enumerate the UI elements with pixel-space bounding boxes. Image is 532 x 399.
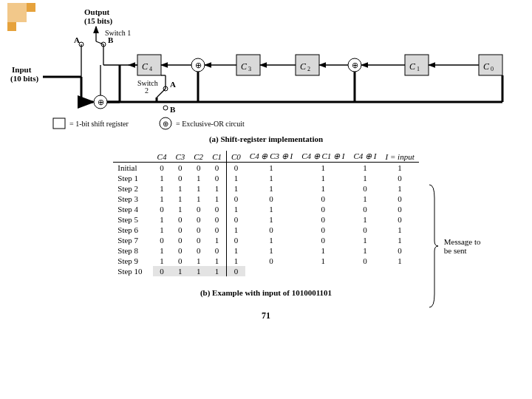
- col-header: C4 ⊕ I: [349, 151, 381, 163]
- col-header: C2: [189, 151, 208, 163]
- cell: 1: [349, 245, 381, 256]
- cell: 0: [349, 256, 381, 266]
- cell: 1: [245, 163, 297, 174]
- cell: 1: [171, 204, 189, 214]
- cell: 1: [226, 225, 245, 235]
- row-label: Step 6: [113, 225, 152, 235]
- page-number: 71: [10, 310, 522, 321]
- cell: 1: [208, 183, 226, 194]
- cell: [297, 266, 349, 276]
- svg-text:A: A: [74, 35, 80, 44]
- svg-text:A: A: [170, 80, 176, 89]
- cell: 0: [153, 204, 171, 214]
- cell: 1: [189, 266, 208, 276]
- cell: 0: [153, 163, 171, 174]
- cell: 0: [245, 225, 297, 235]
- cell: 1: [245, 173, 297, 183]
- cell: 0: [381, 204, 419, 214]
- svg-rect-61: [53, 118, 65, 129]
- svg-text:C: C: [241, 61, 248, 72]
- row-label: Step 2: [113, 183, 152, 194]
- cell: 0: [153, 266, 171, 276]
- cell: 1: [349, 214, 381, 225]
- svg-text:2: 2: [307, 66, 310, 72]
- cell: 1: [153, 173, 171, 183]
- cell: 1: [297, 183, 349, 194]
- cell: 1: [297, 245, 349, 256]
- cell: 1: [208, 266, 226, 276]
- svg-text:(15 bits): (15 bits): [84, 16, 113, 26]
- svg-text:⊕: ⊕: [195, 61, 202, 69]
- cell: 0: [208, 163, 226, 174]
- cell: 0: [297, 225, 349, 235]
- cell: 1: [226, 245, 245, 256]
- cell: 0: [171, 173, 189, 183]
- row-label: Step 10: [113, 266, 152, 276]
- col-header: C3: [171, 151, 189, 163]
- cell: 1: [153, 256, 171, 266]
- cell: 0: [297, 194, 349, 204]
- cell: 0: [226, 163, 245, 174]
- cell: 1: [245, 183, 297, 194]
- cell: 0: [171, 245, 189, 256]
- cell: 1: [208, 194, 226, 204]
- cell: 1: [226, 173, 245, 183]
- row-label: Step 8: [113, 245, 152, 256]
- cell: 0: [245, 194, 297, 204]
- cell: 0: [208, 173, 226, 183]
- cell: 1: [349, 173, 381, 183]
- cell: 1: [245, 245, 297, 256]
- output-label: Output: [84, 7, 110, 16]
- legend-xor: = Exclusive-OR circuit: [176, 120, 245, 128]
- cell: 0: [381, 214, 419, 225]
- cell: 1: [153, 214, 171, 225]
- row-label: Step 3: [113, 194, 152, 204]
- cell: 1: [226, 256, 245, 266]
- caption-a: (a) Shift-register implementation: [10, 134, 522, 143]
- svg-text:C: C: [483, 61, 490, 72]
- cell: 0: [208, 225, 226, 235]
- svg-text:1: 1: [417, 66, 420, 72]
- cell: 1: [153, 225, 171, 235]
- col-header: C0: [226, 151, 245, 163]
- svg-line-21: [157, 89, 166, 98]
- cell: 0: [208, 245, 226, 256]
- cell: 0: [381, 173, 419, 183]
- row-label: Step 7: [113, 235, 152, 245]
- cell: 1: [381, 163, 419, 174]
- cell: 1: [189, 194, 208, 204]
- decorative-corner: [7, 3, 46, 31]
- cell: 1: [349, 235, 381, 245]
- cell: 0: [297, 214, 349, 225]
- cell: 0: [226, 266, 245, 276]
- cell: 0: [171, 163, 189, 174]
- cell: 0: [349, 225, 381, 235]
- cell: 1: [208, 256, 226, 266]
- svg-text:4: 4: [149, 66, 152, 72]
- cell: 1: [189, 183, 208, 194]
- svg-text:B: B: [170, 105, 176, 114]
- cell: 0: [171, 214, 189, 225]
- cell: 0: [189, 235, 208, 245]
- row-label: Step 4: [113, 204, 152, 214]
- cell: 1: [153, 183, 171, 194]
- cell: 0: [189, 204, 208, 214]
- cell: 0: [189, 163, 208, 174]
- cell: 1: [245, 235, 297, 245]
- cell: 0: [208, 204, 226, 214]
- cell: 1: [349, 194, 381, 204]
- cell: 0: [245, 256, 297, 266]
- cell: 0: [153, 235, 171, 245]
- svg-text:⊕: ⊕: [352, 61, 358, 69]
- cell: 1: [226, 204, 245, 214]
- cell: 1: [208, 235, 226, 245]
- cell: 1: [245, 214, 297, 225]
- svg-text:C: C: [409, 61, 416, 72]
- cell: [245, 266, 297, 276]
- cell: 1: [381, 256, 419, 266]
- cell: 0: [189, 225, 208, 235]
- col-header: C4: [153, 151, 171, 163]
- cell: 1: [381, 183, 419, 194]
- brace-message: Message tobe sent: [429, 183, 517, 309]
- cell: 1: [245, 204, 297, 214]
